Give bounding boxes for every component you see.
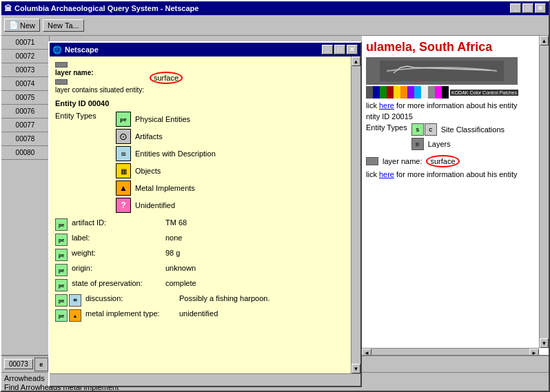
swatch-black xyxy=(442,86,449,99)
close-button[interactable]: ✕ xyxy=(535,3,546,13)
layer-name-row: layer name: layer contains situated enti… xyxy=(55,62,355,94)
layer-name-icon xyxy=(55,62,68,68)
layer-icons-group: layer name: layer contains situated enti… xyxy=(55,62,144,94)
netscape-titlebar: 🌐 Netscape _ □ ✕ xyxy=(50,43,360,56)
os-titlebar: 🏛 Columbia Archaeological Query System -… xyxy=(1,1,549,15)
netscape-controls: _ □ ✕ xyxy=(322,45,358,54)
swatch-red xyxy=(387,86,394,99)
surface-label: surface xyxy=(150,72,183,84)
netscape-minimize[interactable]: _ xyxy=(322,45,333,54)
right-panel-scrollbar[interactable]: ▲ ▼ xyxy=(539,36,549,348)
right-entity-site-class[interactable]: S C Site Classifications xyxy=(411,123,505,136)
minimize-button[interactable]: _ xyxy=(510,3,521,13)
sidebar-id-0: 00071 xyxy=(16,39,35,46)
bottom-e-icon[interactable]: e xyxy=(34,358,48,371)
origin-value: unknown xyxy=(165,264,196,272)
right-panel-content: ulamela, South Africa xyxy=(362,36,549,358)
weight-label: weight: xyxy=(72,249,161,257)
origin-pe-icon: pe xyxy=(55,264,68,276)
netscape-close[interactable]: ✕ xyxy=(347,45,358,54)
os-window-controls: _ □ ✕ xyxy=(510,3,546,13)
artifact-id-pe-icon: pe xyxy=(55,218,68,231)
right-scroll-up[interactable]: ▲ xyxy=(540,36,549,45)
unidentified-icon: ? xyxy=(116,198,131,213)
bottom-tab-id[interactable]: 00073 xyxy=(4,359,33,369)
physical-entities-icon: pe xyxy=(116,112,131,127)
discussion-label: discussion: xyxy=(85,294,175,302)
right-entity-types-label: Entity Types xyxy=(366,123,407,152)
entity-type-physical[interactable]: pe Physical Entities xyxy=(116,112,216,127)
new-tab-button[interactable]: New Ta... xyxy=(43,19,84,32)
kodak-label: KODAK Color Control Patches xyxy=(450,90,518,96)
artifacts-label: Artifacts xyxy=(135,132,163,141)
sidebar-item-7[interactable]: 00078 xyxy=(1,132,49,146)
sidebar-id-1: 00072 xyxy=(16,52,35,60)
field-preservation: pe state of preservation: complete xyxy=(55,279,355,291)
artifact-svg xyxy=(380,61,504,81)
sidebar-item-1[interactable]: 00072 xyxy=(1,50,49,63)
field-weight: pe weight: 98 g xyxy=(55,249,355,261)
os-title-group: 🏛 Columbia Archaeological Query System -… xyxy=(4,4,198,12)
sidebar-item-5[interactable]: 00076 xyxy=(1,105,49,118)
sidebar-item-2[interactable]: 00073 xyxy=(1,63,49,77)
metal-type-arrow-icon: ▲ xyxy=(69,309,81,322)
entities-desc-icon: ≋ xyxy=(116,146,131,161)
artifact-id-icons: pe xyxy=(55,218,68,231)
unidentified-label: Unidentified xyxy=(135,201,175,209)
scroll-up-button[interactable]: ▲ xyxy=(352,56,360,66)
netscape-title: Netscape xyxy=(65,45,99,54)
sidebar-item-4[interactable]: 00075 xyxy=(1,91,49,105)
right-entity-types: Entity Types S C Site Classifications ≡ … xyxy=(366,123,544,152)
netscape-content: layer name: layer contains situated enti… xyxy=(50,56,360,373)
discussion-pe-icon: pe xyxy=(55,294,68,307)
entity-type-metal[interactable]: ▲ Metal Implements xyxy=(116,180,216,196)
metal-implements-label: Metal Implements xyxy=(135,184,195,192)
right-entity-types-list: S C Site Classifications ≡ Layers xyxy=(411,123,505,152)
sidebar-item-3[interactable]: 00074 xyxy=(1,77,49,91)
sidebar-item-6[interactable]: 00077 xyxy=(1,118,49,132)
entity-types-list: pe Physical Entities ⊙ Artifacts ≋ Entit… xyxy=(116,112,216,213)
netscape-statusbar xyxy=(50,373,360,386)
netscape-scrollbar[interactable]: ▲ ▼ xyxy=(351,56,360,373)
entity-type-objects[interactable]: ▦ Objects xyxy=(116,163,216,178)
sidebar-item-8[interactable]: 00080 xyxy=(1,146,49,160)
scroll-down-button[interactable]: ▼ xyxy=(352,364,360,373)
weight-icons: pe xyxy=(55,249,68,261)
sidebar-id-8: 00080 xyxy=(16,149,35,156)
here-link-2[interactable]: here xyxy=(379,170,394,178)
sidebar-id-5: 00076 xyxy=(16,107,35,115)
discussion-icons: pe ≋ xyxy=(55,294,81,307)
metal-type-value: unidentified xyxy=(179,309,218,318)
preservation-icons: pe xyxy=(55,279,68,291)
netscape-maximize[interactable]: □ xyxy=(334,45,345,54)
entity-type-unidentified[interactable]: ? Unidentified xyxy=(116,198,216,213)
right-entity-layers[interactable]: ≡ Layers xyxy=(411,138,505,150)
right-layer-icon xyxy=(366,157,378,165)
artifact-id-label: artifact ID: xyxy=(72,218,161,227)
sidebar-id-3: 00074 xyxy=(16,80,35,87)
site-class-s-icon: S xyxy=(411,123,424,136)
new-icon: 📄 xyxy=(9,21,19,30)
netscape-window: 🌐 Netscape _ □ ✕ layer name: xyxy=(48,41,362,387)
right-scroll-down[interactable]: ▼ xyxy=(540,338,549,348)
netscape-title-group: 🌐 Netscape xyxy=(52,45,99,54)
layers-icon: ≡ xyxy=(411,138,424,150)
entity-types-section: Entity Types pe Physical Entities ⊙ Arti… xyxy=(55,112,355,213)
right-surface-label: surface xyxy=(426,155,459,167)
artifacts-icon: ⊙ xyxy=(116,129,131,144)
label-value: none xyxy=(165,234,182,242)
svg-rect-0 xyxy=(380,61,504,81)
new-button[interactable]: 📄 New xyxy=(4,19,40,32)
layers-label: Layers xyxy=(428,140,451,148)
maximize-button[interactable]: □ xyxy=(522,3,533,13)
entity-type-artifacts[interactable]: ⊙ Artifacts xyxy=(116,129,216,144)
swatch-purple xyxy=(407,86,414,99)
netscape-icon: 🌐 xyxy=(52,45,62,54)
preservation-pe-icon: pe xyxy=(55,279,68,291)
here-link[interactable]: here xyxy=(379,101,394,110)
entity-types-label: Entity Types xyxy=(55,112,110,213)
sidebar-item-0[interactable]: 00071 xyxy=(1,36,49,50)
preservation-label: state of preservation: xyxy=(72,279,161,287)
entity-type-entities-desc[interactable]: ≋ Entities with Description xyxy=(116,146,216,161)
weight-value: 98 g xyxy=(165,249,180,257)
